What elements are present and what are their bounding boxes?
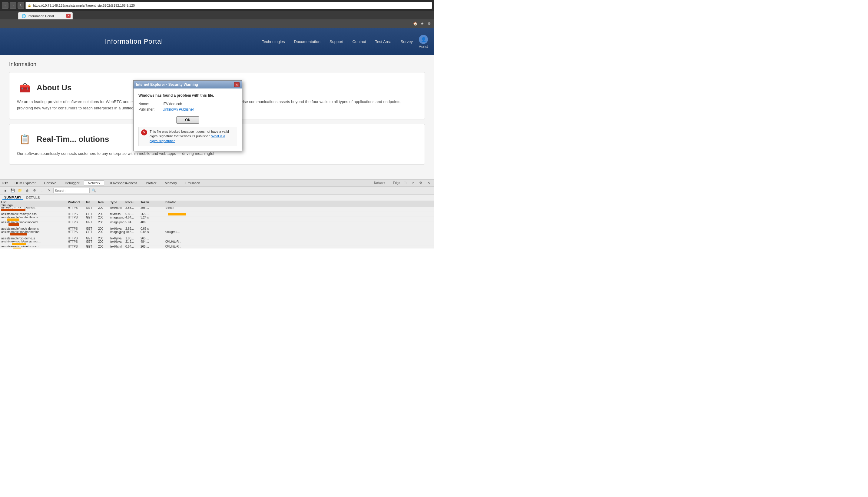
col-received: Recei... (126, 201, 141, 204)
dialog-warning-text: This file was blocked because it does no… (150, 129, 234, 143)
table-row[interactable]: assistserver/img/web/consu... HTTPS GET … (0, 246, 434, 248)
dialog-main-message: Windows has found a problem with this fi… (138, 93, 237, 98)
dialog-warning-icon: ✕ (141, 129, 147, 136)
tab-bar: 🌐 Information Portal ✕ (0, 11, 434, 19)
back-button[interactable]: ‹ (2, 2, 9, 9)
active-tab[interactable]: 🌐 Information Portal ✕ (18, 12, 73, 19)
devtools-tab-emulation[interactable]: Emulation (181, 180, 204, 186)
devtools-help-button[interactable]: ? (410, 180, 416, 186)
realtime-title: Real-Tim... olutions (36, 134, 109, 144)
tools-button[interactable]: ⚙ (426, 20, 432, 27)
dialog-ok-row: OK (138, 116, 237, 124)
dialog-name-row: Name: IEVideo.cab (138, 102, 237, 106)
devtools-panel: F12 DOM Explorer Console Debugger Networ… (0, 179, 434, 248)
devtools-toolbar: ■ 💾 📁 🗑 ⚙ ⋮ ✕ 🔍 (0, 187, 434, 195)
col-taken: Taken (141, 201, 165, 204)
dialog-publisher-row: Publisher: Unknown Publisher (138, 107, 237, 112)
url-text: https://10.79.148.128/assistsample/?agen… (33, 4, 135, 7)
realtime-text: Our software seamlessly connects custome… (17, 151, 417, 157)
devtools-tab-ui[interactable]: UI Responsiveness (105, 180, 142, 186)
devtools-more-button[interactable]: ⋮ (39, 188, 45, 194)
nav-documentation[interactable]: Documentation (294, 39, 321, 44)
home-button[interactable]: 🏠 (412, 20, 418, 27)
about-us-title: About Us (36, 83, 72, 93)
devtools-search-icon[interactable]: 🔍 (91, 188, 97, 194)
devtools-tab-dom[interactable]: DOM Explorer (11, 180, 40, 186)
dialog-publisher-link[interactable]: Unknown Publisher (163, 107, 194, 112)
table-row[interactable]: tps://10.79.148.128/assis... HTTPS GET 2… (0, 207, 434, 212)
nav-support[interactable]: Support (329, 39, 343, 44)
assist-label: Assist (419, 45, 428, 48)
devtools-subtabs: SUMMARY DETAILS (0, 195, 434, 201)
browser-chrome: ‹ › ↻ 🔒 https://10.79.148.128/assistsamp… (0, 0, 434, 11)
devtools-cancel-button[interactable]: ✕ (46, 188, 52, 194)
security-dialog: Internet Explorer - Security Warning ✕ W… (133, 80, 242, 151)
realtime-icon: 📋 (17, 132, 32, 147)
site-header: Information Portal Technologies Document… (0, 28, 434, 55)
assist-icon: 👤 (419, 35, 428, 44)
dialog-ok-button[interactable]: OK (176, 116, 199, 124)
table-row[interactable]: assistsample/img/clipboard... HTTPS GET … (0, 222, 434, 226)
address-bar[interactable]: 🔒 https://10.79.148.128/assistsample/?ag… (26, 2, 432, 9)
devtools-tab-network[interactable]: Network (84, 180, 104, 186)
page-heading: Information (9, 61, 425, 68)
dialog-warning-row: ✕ This file was blocked because it does … (138, 127, 237, 146)
network-rows: tps://10.79.148.128/assis... HTTPS GET 2… (0, 207, 434, 248)
nav-contact[interactable]: Contact (353, 39, 366, 44)
devtools-tab-console[interactable]: Console (40, 180, 60, 186)
forward-button[interactable]: › (10, 2, 16, 9)
devtools-tab-memory[interactable]: Memory (161, 180, 181, 186)
devtools-titlebar: F12 DOM Explorer Console Debugger Networ… (0, 180, 434, 187)
assist-button[interactable]: 👤 Assist (419, 35, 428, 48)
network-table-header: URL Protocol Me... Res... Type Recei... … (0, 201, 434, 207)
nav-survey[interactable]: Survey (401, 39, 413, 44)
devtools-search-input[interactable] (53, 188, 90, 193)
dialog-name-value: IEVideo.cab (163, 102, 182, 106)
tab-close-button[interactable]: ✕ (66, 14, 71, 18)
nav-testarea[interactable]: Test Area (375, 39, 391, 44)
col-status: Res... (98, 201, 110, 204)
dialog-close-button[interactable]: ✕ (234, 82, 239, 87)
dialog-titlebar: Internet Explorer - Security Warning ✕ (134, 81, 242, 88)
edge-label: Edge (393, 181, 400, 185)
devtools-open-button[interactable]: 📁 (17, 188, 23, 194)
dialog-body: Windows has found a problem with this fi… (134, 88, 242, 151)
devtools-settings-button[interactable]: ⚙ (418, 180, 424, 186)
devtools-right-controls: Network Edge ⊡ ? ⚙ ✕ (374, 180, 431, 186)
col-method: Me... (86, 201, 98, 204)
devtools-close-button[interactable]: ✕ (426, 180, 431, 186)
dialog-title: Internet Explorer - Security Warning (136, 82, 198, 87)
dialog-publisher-label: Publisher: (138, 107, 163, 112)
about-us-icon: 🧰 (17, 80, 32, 95)
col-initiator: Initiator (165, 201, 433, 204)
favorites-button[interactable]: ★ (419, 20, 425, 27)
devtools-save-button[interactable]: 💾 (10, 188, 16, 194)
devtools-stop-button[interactable]: ■ (2, 188, 9, 194)
devtools-filter-button[interactable]: ⚙ (31, 188, 38, 194)
devtools-tab-profiler[interactable]: Profiler (142, 180, 160, 186)
devtools-tab-debugger[interactable]: Debugger (61, 180, 83, 186)
devtools-subtab-details[interactable]: DETAILS (24, 196, 42, 200)
table-row[interactable]: assistsample/img/banner.jpg HTTPS GET 20… (0, 231, 434, 236)
col-protocol: Protocol (68, 201, 86, 204)
site-title: Information Portal (6, 38, 262, 45)
nav-technologies[interactable]: Technologies (262, 39, 285, 44)
site-nav: Technologies Documentation Support Conta… (262, 39, 413, 44)
tab-title: Information Portal (28, 14, 54, 18)
browser-toolbar: 🏠 ★ ⚙ (0, 19, 434, 28)
dialog-name-label: Name: (138, 102, 163, 106)
devtools-subtab-summary[interactable]: SUMMARY (2, 195, 23, 200)
devtools-detach-button[interactable]: ⊡ (402, 180, 408, 186)
col-timings: Timings (1, 204, 68, 207)
tab-favicon: 🌐 (21, 14, 26, 18)
network-label: Network (374, 181, 385, 185)
devtools-f12-label: F12 (2, 181, 8, 185)
refresh-button[interactable]: ↻ (18, 2, 24, 9)
col-type: Type (110, 201, 126, 204)
devtools-content: URL Protocol Me... Res... Type Recei... … (0, 201, 434, 248)
devtools-clear-button[interactable]: 🗑 (24, 188, 30, 194)
lock-icon: 🔒 (28, 4, 31, 7)
